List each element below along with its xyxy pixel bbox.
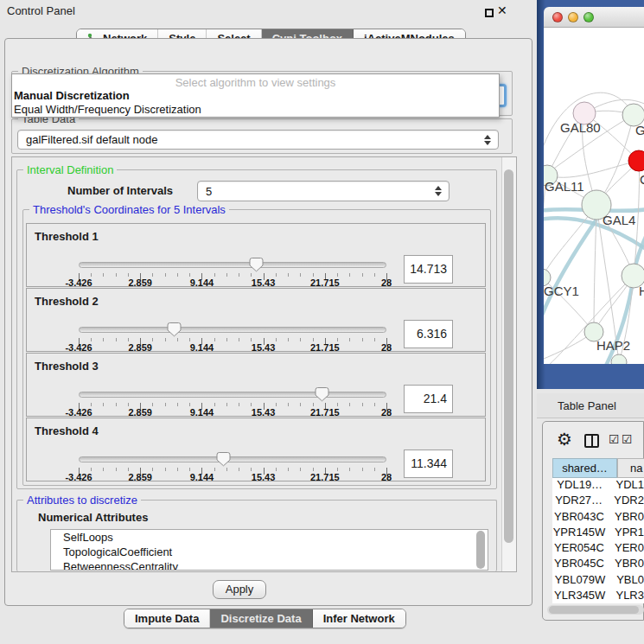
attribute-list-item[interactable]: SelfLoops [51, 530, 488, 545]
zoom-traffic-light[interactable] [583, 12, 594, 22]
threshold-box-1: Threshold 1-3.4262.8599.14415.4321.71528… [26, 223, 486, 287]
threshold-slider-thumb[interactable] [167, 322, 182, 337]
slider-tick-label: 15.43 [252, 277, 276, 288]
threshold-label: Threshold 4 [35, 424, 99, 437]
threshold-box-4: Threshold 4-3.4262.8599.14415.4321.71528… [26, 418, 486, 481]
slider-tick-label: 21.715 [310, 472, 340, 482]
network-node-label: GA [635, 123, 644, 137]
cell-name: YLR3 [607, 589, 644, 603]
slider-tick-label: -3.426 [65, 342, 92, 353]
minimize-traffic-light[interactable] [568, 12, 578, 22]
horizontal-scrollbar-thumb[interactable] [549, 606, 639, 614]
slider-tick-label: -3.426 [65, 472, 92, 482]
cell-shared-name: YPR145W [552, 526, 606, 541]
cell-shared-name: YBL079W [552, 573, 608, 589]
column-header-name[interactable]: na [617, 458, 644, 478]
num-intervals-value: 5 [206, 185, 212, 198]
network-node-label: H [639, 284, 644, 298]
attributes-scrollbar-thumb[interactable] [476, 531, 485, 569]
slider-tick-label: 15.43 [252, 472, 276, 482]
cell-shared-name: YDR27… [552, 494, 605, 509]
float-window-icon[interactable] [485, 9, 494, 17]
vertical-scrollbar-thumb[interactable] [504, 169, 513, 543]
slider-minor-ticks [79, 468, 387, 471]
attribute-list-item[interactable]: BetweennessCentrality [51, 559, 488, 571]
attribute-list-item[interactable]: TopologicalCoefficient [51, 545, 488, 559]
slider-minor-ticks [79, 403, 387, 406]
panel-title: Control Panel [7, 4, 75, 17]
slider-tick-label: 2.859 [128, 342, 152, 353]
threshold-slider-track[interactable] [79, 456, 386, 462]
network-graph: GAL80GACGAL11GAL4GCY1HHAP2 [544, 28, 644, 364]
slider-tick-label: 9.144 [190, 472, 214, 482]
threshold-value-field[interactable]: 11.344 [404, 450, 453, 478]
table-row[interactable]: YBR043CYBR0 [552, 510, 644, 526]
network-edge-thick[interactable] [544, 220, 596, 322]
interval-definition-title: Interval Definition [23, 163, 117, 176]
checkbox-icon[interactable]: ☑ [609, 432, 620, 446]
table-row[interactable]: YLR345WYLR3 [552, 589, 644, 603]
network-canvas[interactable]: GAL80GACGAL11GAL4GCY1HHAP2 [544, 28, 644, 364]
threshold-slider-track[interactable] [79, 262, 386, 268]
dropdown-item-equal-width[interactable]: Equal Width/Frequency Discretization [12, 103, 499, 117]
close-icon[interactable]: ✕ [497, 3, 507, 17]
dropdown-item-manual[interactable]: Manual Discretization [12, 89, 499, 103]
table-row[interactable]: YBL079WYBL0 [552, 573, 644, 589]
cell-shared-name: YDL19… [552, 478, 607, 494]
threshold-value-field[interactable]: 21.4 [404, 385, 453, 413]
num-intervals-combo[interactable]: 5 [197, 181, 450, 201]
cell-name: YBR0 [606, 557, 644, 572]
network-node[interactable] [611, 354, 627, 364]
threshold-slider-track[interactable] [79, 327, 386, 333]
table-panel-bar: Table Panel [537, 393, 644, 418]
threshold-slider-thumb[interactable] [216, 451, 231, 467]
cell-name: YDL1 [607, 478, 644, 494]
checkbox-icon[interactable]: ☑ [622, 432, 633, 446]
slider-tick-label: 15.43 [252, 407, 276, 418]
table-row[interactable]: YDL19…YDL1 [552, 478, 644, 494]
bottom-tab-impute-data[interactable]: Impute Data [124, 609, 210, 628]
num-intervals-label: Number of Intervals [67, 184, 173, 197]
cell-shared-name: YBR043C [552, 510, 606, 526]
table-row[interactable]: YDR27…YDR2 [552, 494, 644, 509]
close-traffic-light[interactable] [552, 12, 563, 22]
attributes-group-title: Attributes to discretize [23, 494, 141, 507]
threshold-list: Threshold 1-3.4262.8599.14415.4321.71528… [26, 223, 486, 482]
slider-tick-label: 2.859 [128, 407, 152, 418]
network-window-frame: GAL80GACGAL11GAL4GCY1HHAP2 [537, 0, 644, 389]
numerical-attributes-list[interactable]: SelfLoopsTopologicalCoefficientBetweenne… [50, 529, 488, 571]
bottom-tab-label: Impute Data [135, 612, 199, 625]
slider-tick-label: -3.426 [65, 407, 92, 418]
cell-name: YBR0 [606, 510, 644, 526]
bottom-tab-label: Infer Network [323, 612, 395, 625]
table-row[interactable]: YPR145WYPR1 [552, 526, 644, 541]
threshold-value-field[interactable]: 14.713 [404, 255, 453, 284]
network-node-label: HAP2 [596, 338, 630, 353]
combo-arrows-icon [484, 135, 491, 145]
network-window-titlebar[interactable] [544, 7, 644, 28]
threshold-slider-track[interactable] [79, 392, 386, 398]
threshold-slider-thumb[interactable] [249, 257, 264, 272]
table-body: YDL19…YDL1YDR27…YDR2YBR043CYBR0YPR145WYP… [552, 478, 644, 603]
table-settings-gear-icon[interactable]: ⚙ [557, 429, 572, 450]
network-node-label: GAL11 [545, 179, 584, 194]
slider-tick-label: -3.426 [65, 277, 92, 288]
table-row[interactable]: YBR045CYBR0 [552, 557, 644, 572]
bottom-tab-infer-network[interactable]: Infer Network [313, 609, 405, 628]
column-layout-icon[interactable] [584, 434, 599, 448]
slider-minor-ticks [79, 273, 387, 277]
dropdown-hint: Select algorithm to view settings [12, 74, 499, 89]
table-data-combo[interactable]: galFiltered.sif default node [17, 130, 499, 150]
network-node-label: GAL4 [603, 213, 635, 227]
table-data-value: galFiltered.sif default node [26, 133, 157, 146]
threshold-value-field[interactable]: 6.316 [404, 320, 453, 348]
bottom-tab-discretize-data[interactable]: Discretize Data [210, 609, 312, 628]
algorithm-dropdown-popup: Select algorithm to view settings Manual… [11, 73, 500, 118]
horizontal-scrollbar-track[interactable] [547, 605, 644, 615]
slider-tick-label: 28 [381, 277, 392, 288]
slider-tick-label: 9.144 [190, 407, 214, 418]
apply-button[interactable]: Apply [213, 580, 266, 599]
column-header-shared-name[interactable]: shared… [552, 458, 617, 478]
threshold-slider-thumb[interactable] [315, 386, 329, 402]
table-row[interactable]: YER054CYER0 [552, 541, 644, 557]
